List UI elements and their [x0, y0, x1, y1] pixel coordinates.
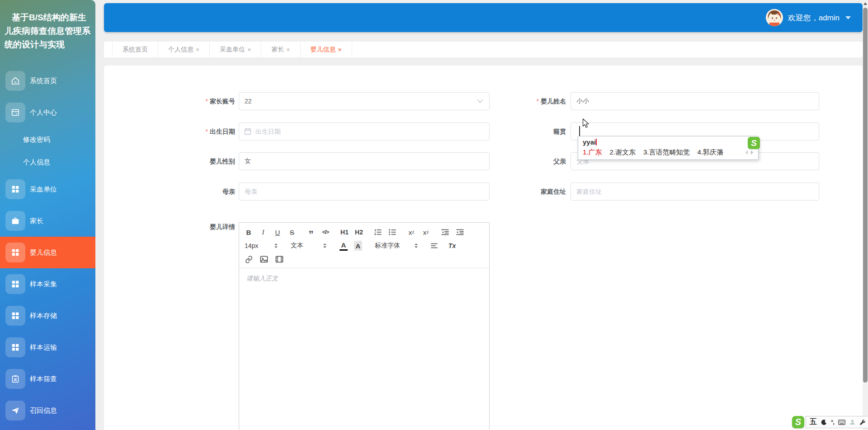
sidebar-subitem-personal-info[interactable]: 个人信息 [0, 151, 95, 173]
grid-icon [5, 337, 25, 357]
scrollbar-thumb[interactable] [863, 8, 868, 383]
birth-date-input[interactable] [239, 122, 490, 140]
text-style-select[interactable]: 文本 [291, 242, 327, 250]
sidebar-item-sample-collect[interactable]: 样本采集 [0, 268, 95, 300]
link-icon[interactable] [245, 254, 253, 264]
sidebar-item-sample-screen[interactable]: 样本筛查 [0, 363, 95, 395]
sidebar-item-label: 家长 [30, 217, 43, 225]
punctuation-mode-indicator[interactable]: °, [831, 419, 834, 425]
editor-content-area[interactable]: 请输入正文 [239, 268, 489, 430]
strikethrough-button[interactable]: S [288, 227, 296, 237]
outdent-icon[interactable] [441, 227, 449, 237]
close-icon[interactable]: × [338, 46, 342, 53]
birth-date-label: *出生日期 [145, 122, 235, 140]
ime-status-bar: S 五 °, [792, 416, 868, 428]
sidebar-item-label: 样本运输 [30, 343, 57, 352]
required-mark: * [206, 98, 208, 105]
sidebar-item-blood-unit[interactable]: 采血单位 [0, 173, 95, 205]
mother-input[interactable] [239, 182, 490, 201]
tab-personal-info[interactable]: 个人信息 × [158, 42, 210, 57]
baby-detail-label: 婴儿详情 [145, 218, 235, 236]
moon-icon[interactable] [821, 419, 827, 425]
tab-home[interactable]: 系统首页 [112, 42, 158, 57]
bullet-list-icon[interactable] [388, 227, 396, 237]
sidebar-item-sample-store[interactable]: 样本存储 [0, 300, 95, 332]
background-color-button[interactable]: A [354, 241, 362, 251]
sidebar-item-recall-info[interactable]: 召回信息 [0, 395, 95, 426]
sidebar-item-personal-center[interactable]: 个人中心 [0, 97, 95, 128]
ime-candidate-list: 1.广东 2.谢文东 3.言语范畴知觉 4.郭庆藩 [578, 147, 758, 159]
page-next-icon[interactable] [750, 150, 754, 155]
user-menu[interactable]: 欢迎您，admin [766, 9, 851, 27]
sidebar-item-label: 采血单位 [30, 185, 57, 194]
sidebar-item-label: 样本筛查 [30, 375, 57, 383]
rich-text-editor: B I U S ” </> H1 H2 [239, 222, 490, 430]
superscript-button[interactable]: x2 [422, 227, 430, 237]
wrench-icon[interactable] [859, 419, 866, 425]
ime-pager [745, 150, 754, 155]
tab-blood-unit[interactable]: 采血单位 × [210, 42, 261, 57]
ordered-list-icon[interactable] [374, 227, 382, 237]
sidebar-item-home[interactable]: 系统首页 [0, 65, 95, 97]
ime-candidate[interactable]: 2.谢文东 [610, 148, 636, 157]
required-mark: * [206, 128, 208, 135]
ime-candidate[interactable]: 1.广东 [583, 148, 602, 157]
tab-label: 系统首页 [123, 46, 148, 54]
bold-button[interactable]: B [245, 227, 253, 237]
sidebar-subitem-label: 个人信息 [23, 158, 50, 167]
subscript-button[interactable]: x2 [407, 227, 415, 237]
parent-account-select[interactable] [239, 92, 490, 110]
avatar [766, 9, 783, 26]
baby-gender-label: 婴儿性别 [145, 152, 235, 170]
sidebar-item-parents[interactable]: 家长 [0, 205, 95, 237]
heading2-button[interactable]: H2 [355, 227, 363, 237]
ime-candidate[interactable]: 3.言语范畴知觉 [643, 148, 690, 157]
keyboard-icon[interactable] [838, 420, 845, 425]
heading1-button[interactable]: H1 [340, 227, 349, 237]
italic-button[interactable]: I [259, 227, 267, 237]
top-header: 欢迎您，admin [104, 3, 863, 32]
baby-gender-input[interactable] [239, 152, 490, 170]
sogou-logo-icon: S [748, 137, 760, 149]
underline-button[interactable]: U [274, 227, 282, 237]
blockquote-button[interactable]: ” [307, 227, 315, 237]
baby-name-label: *婴儿姓名 [476, 92, 566, 110]
chevron-down-icon [845, 16, 851, 19]
tab-baby-info[interactable]: 婴儿信息 × [301, 42, 352, 57]
sidebar-item-baby-info[interactable]: 婴儿信息 [0, 237, 95, 268]
indent-icon[interactable] [456, 227, 464, 237]
sidebar-subitem-label: 修改密码 [23, 136, 50, 144]
scrollbar-track[interactable] [863, 0, 868, 430]
grid-icon [5, 274, 25, 294]
user-profile-icon[interactable] [849, 419, 855, 425]
ime-candidate[interactable]: 4.郭庆藩 [698, 148, 724, 157]
close-icon[interactable]: × [286, 46, 290, 53]
sidebar-item-label: 婴儿信息 [30, 248, 57, 257]
wubi-mode-indicator[interactable]: 五 [810, 417, 817, 427]
font-family-select[interactable]: 标准字体 [375, 242, 418, 250]
sogou-logo-icon[interactable]: S [792, 416, 804, 428]
baby-name-input[interactable] [571, 92, 819, 110]
image-icon[interactable] [260, 254, 268, 264]
sidebar-item-sample-transport[interactable]: 样本运输 [0, 332, 95, 363]
ime-toolbar: 五 °, [806, 416, 868, 428]
close-icon[interactable]: × [247, 46, 251, 53]
page-prev-icon[interactable] [745, 150, 748, 155]
video-icon[interactable] [275, 254, 283, 264]
grid-icon [5, 243, 25, 262]
font-size-select[interactable]: 14px [245, 242, 278, 249]
sidebar-subitem-change-password[interactable]: 修改密码 [0, 128, 95, 151]
clear-format-button[interactable]: Tx [448, 241, 456, 251]
app-root: 基于B/S结构的新生儿疾病筛查信息管理系统的设计与实现 系统首页 个人中心 [0, 0, 868, 430]
clipboard-icon [5, 369, 25, 389]
home-address-input[interactable] [571, 182, 819, 201]
sidebar-menu: 系统首页 个人中心 修改密码 个人信息 [0, 65, 95, 426]
close-icon[interactable]: × [196, 46, 199, 53]
scrollbar-up-arrow[interactable] [863, 2, 867, 5]
text-color-button[interactable]: A [340, 241, 348, 251]
tab-parents[interactable]: 家长 × [261, 42, 300, 57]
ime-caret [596, 139, 597, 145]
sidebar-item-label: 系统首页 [30, 77, 57, 85]
code-block-button[interactable]: </> [321, 227, 330, 237]
align-icon[interactable] [430, 241, 438, 251]
